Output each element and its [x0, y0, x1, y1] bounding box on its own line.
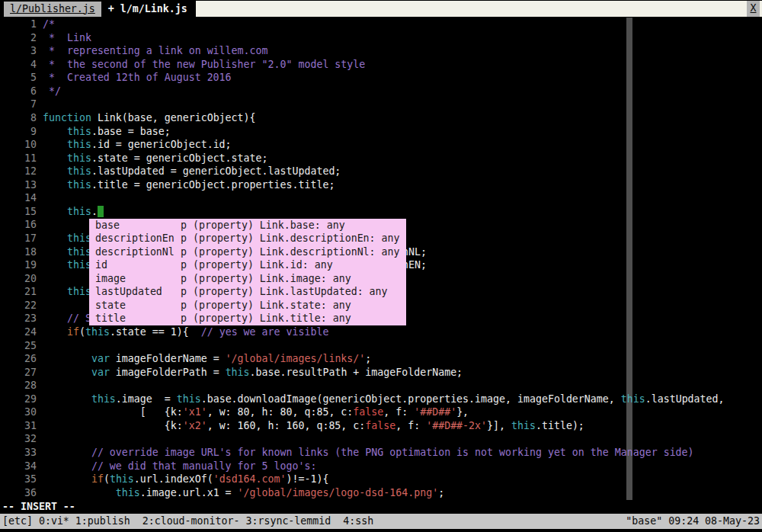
completion-word: image	[95, 272, 181, 286]
code-segment: .state == 1){	[110, 326, 201, 338]
line-number: 11	[0, 152, 37, 165]
code-line-text	[37, 379, 762, 393]
code-line-text: this.title = genericObject.properties.ti…	[37, 178, 762, 192]
line-number: 1	[0, 18, 37, 31]
code-segment	[43, 126, 67, 137]
code-line[interactable]: 15 this.	[0, 205, 762, 219]
line-number: 18	[0, 245, 37, 259]
completion-item[interactable]: basep(property) Link.base: any	[89, 219, 406, 232]
line-number: 9	[0, 125, 37, 139]
close-tab-button[interactable]: X	[747, 1, 760, 17]
line-number: 7	[0, 98, 37, 111]
code-line[interactable]: 36 this.image.url.x1 = '/global/images/l…	[0, 486, 762, 500]
code-segment: .state = genericObject.state;	[91, 152, 268, 164]
completion-item[interactable]: titlep(property) Link.title: any	[89, 312, 406, 325]
line-number: 24	[0, 325, 37, 339]
code-line[interactable]: 6 */	[0, 85, 762, 98]
completion-word: descriptionEn	[95, 232, 181, 245]
tab-link-js[interactable]: +l/m/Link.js	[108, 2, 187, 17]
line-number: 36	[0, 486, 37, 500]
code-line[interactable]: 32	[0, 432, 762, 446]
text-cursor	[98, 206, 104, 217]
completion-word: state	[95, 299, 181, 312]
code-line-text: this.state = genericObject.state;	[37, 152, 762, 165]
completion-detail: (property) Link.lastUpdated: any	[193, 285, 406, 299]
code-segment: '/global/images/logo-dsd-164.png'	[238, 487, 439, 498]
code-line-text	[37, 432, 762, 446]
code-segment: this	[177, 393, 201, 405]
completion-kind: p	[181, 232, 193, 245]
code-segment: .title = genericObject.properties.title;	[91, 179, 335, 191]
code-segment: Link(base, genericObject){	[91, 112, 256, 123]
code-segment: // yes we are visible	[201, 326, 329, 338]
line-number: 21	[0, 285, 37, 299]
tmux-session-clock: "base" 09:24 08-May-23	[626, 514, 760, 529]
code-segment: .	[91, 206, 98, 217]
code-segment: '/global/images/links/'	[226, 353, 366, 364]
editor-area[interactable]: 1/*2 * Link3 * representing a link on wi…	[0, 18, 762, 514]
completion-word: id	[95, 258, 181, 272]
completion-item[interactable]: imagep(property) Link.image: any	[89, 272, 406, 286]
completion-item[interactable]: statep(property) Link.state: any	[89, 299, 406, 312]
code-line[interactable]: 29 this.image = this.base.downloadImage(…	[0, 393, 762, 406]
completion-item[interactable]: descriptionNlp(property) Link.descriptio…	[89, 245, 406, 259]
code-line[interactable]: 28	[0, 379, 762, 393]
code-line[interactable]: 1/*	[0, 18, 762, 31]
code-line[interactable]: 2 * Link	[0, 31, 762, 45]
code-segment: this	[511, 420, 536, 431]
code-segment	[43, 165, 67, 177]
code-line[interactable]: 31 {k:'x2', w: 160, h: 160, q:85, c:fals…	[0, 419, 762, 433]
code-line[interactable]: 13 this.title = genericObject.properties…	[0, 178, 762, 192]
code-segment: false	[365, 420, 395, 431]
code-segment: .base = base;	[91, 126, 171, 137]
code-line-text: * Created 12th of August 2016	[37, 71, 762, 85]
code-line[interactable]: 25	[0, 339, 762, 353]
tab-publisher-js[interactable]: l/Publisher.js	[4, 2, 101, 17]
code-line[interactable]: 24 if(this.state == 1){ // yes we are vi…	[0, 325, 762, 339]
code-line[interactable]: 9 this.base = base;	[0, 125, 762, 139]
code-line[interactable]: 3 * representing a link on willem.com	[0, 44, 762, 58]
completion-word: lastUpdated	[95, 285, 181, 299]
code-segment: this	[67, 206, 91, 217]
code-line[interactable]: 10 this.id = genericObject.id;	[0, 138, 762, 152]
line-number: 19	[0, 258, 37, 272]
code-line[interactable]: 5 * Created 12th of August 2016	[0, 71, 762, 85]
code-segment	[43, 473, 91, 485]
code-line[interactable]: 33 // override image URL's for known lin…	[0, 446, 762, 460]
code-line[interactable]: 27 var imageFolderPath = this.base.resul…	[0, 366, 762, 380]
code-segment: }],	[487, 420, 511, 431]
code-segment: this	[67, 165, 91, 177]
code-line[interactable]: 30 [ {k:'x1', w: 80, h: 80, q:85, c:fals…	[0, 405, 762, 419]
line-number: 31	[0, 419, 37, 433]
code-line[interactable]: 26 var imageFolderName = '/global/images…	[0, 352, 762, 366]
code-segment: )!=-1){	[287, 473, 329, 485]
code-segment: (	[104, 473, 110, 485]
code-line[interactable]: 8function Link(base, genericObject){	[0, 111, 762, 125]
code-segment: this	[67, 246, 91, 258]
code-line[interactable]: 7	[0, 98, 762, 111]
code-line[interactable]: 11 this.state = genericObject.state;	[0, 152, 762, 165]
code-segment: function	[43, 112, 91, 123]
code-segment: .lastUpdated,	[645, 393, 725, 405]
completion-word: base	[95, 219, 181, 232]
code-line[interactable]: 34 // we did that manually for 5 logo's:	[0, 460, 762, 473]
code-line[interactable]: 35 if(this.url.indexOf('dsd164.com')!=-1…	[0, 473, 762, 486]
code-segment	[43, 312, 67, 324]
code-line[interactable]: 12 this.lastUpdated = genericObject.last…	[0, 165, 762, 178]
completion-kind: p	[181, 299, 193, 312]
code-line-text	[37, 191, 762, 205]
code-line[interactable]: 4 * the second of the new Publisher "2.0…	[0, 58, 762, 72]
code-segment	[43, 179, 67, 191]
code-line[interactable]: 14	[0, 191, 762, 205]
code-segment	[43, 206, 67, 217]
completion-item[interactable]: idp(property) Link.id: any	[89, 258, 406, 272]
code-line-text: var imageFolderName = '/global/images/li…	[37, 352, 762, 366]
code-line-text: if(this.state == 1){ // yes we are visib…	[37, 325, 762, 339]
completion-item[interactable]: descriptionEnp(property) Link.descriptio…	[89, 232, 406, 245]
completion-item[interactable]: lastUpdatedp(property) Link.lastUpdated:…	[89, 285, 406, 299]
code-line-text: /*	[37, 18, 762, 31]
line-number: 32	[0, 432, 37, 446]
tmux-window-list[interactable]: [etc] 0:vi* 1:publish 2:cloud-monitor- 3…	[2, 514, 373, 529]
code-segment: var	[91, 353, 110, 364]
code-segment	[43, 246, 67, 258]
